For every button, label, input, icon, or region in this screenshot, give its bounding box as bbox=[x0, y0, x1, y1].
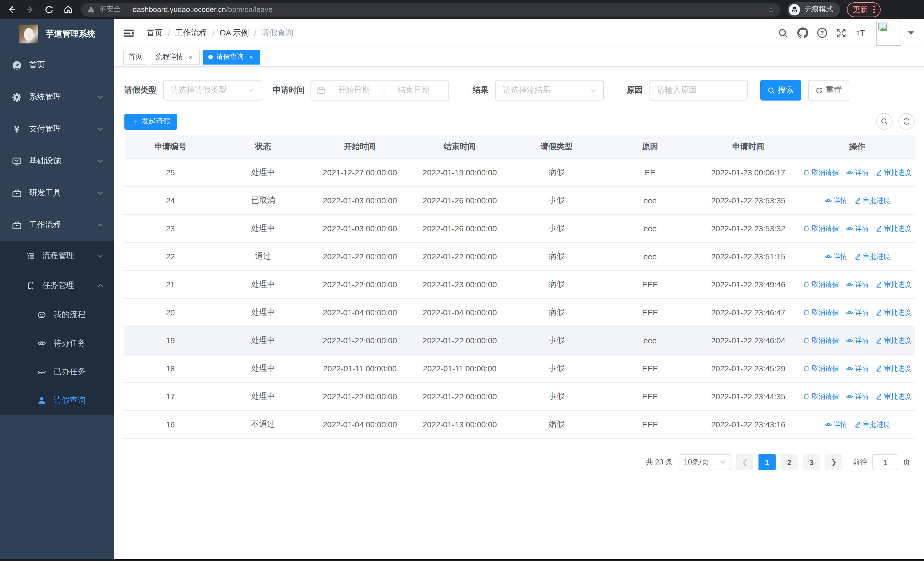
approval-progress-link[interactable]: 审批进度 bbox=[876, 335, 912, 345]
cancel-leave-link[interactable]: 取消请假 bbox=[803, 392, 839, 401]
detail-link[interactable]: 详情 bbox=[846, 364, 868, 373]
tag-leave-query[interactable]: 请假查询× bbox=[203, 50, 260, 64]
close-icon[interactable]: × bbox=[187, 53, 195, 61]
cancel-leave-link[interactable]: 取消请假 bbox=[803, 224, 839, 233]
approval-progress-link[interactable]: 审批进度 bbox=[854, 196, 890, 205]
main-area: 首页 / 工作流程 / OA 示例 / 请假查询 ? bbox=[114, 19, 924, 561]
detail-link[interactable]: 详情 bbox=[824, 420, 847, 429]
next-page-button[interactable]: ❯ bbox=[825, 454, 842, 470]
help-icon[interactable]: ? bbox=[812, 23, 831, 42]
update-button[interactable]: 更新 bbox=[847, 2, 880, 17]
sidebar-item-leave-query[interactable]: 请假查询 bbox=[0, 386, 114, 415]
sidebar-item-system[interactable]: 系统管理 bbox=[0, 81, 114, 113]
breadcrumb-workflow[interactable]: 工作流程 bbox=[175, 28, 207, 38]
sidebar-item-todo-tasks[interactable]: 待办任务 bbox=[0, 329, 114, 358]
page-size-select[interactable]: 10条/页 bbox=[679, 454, 731, 470]
approval-progress-link[interactable]: 审批进度 bbox=[854, 252, 890, 261]
logo-avatar bbox=[20, 24, 38, 44]
approval-progress-link[interactable]: 审批进度 bbox=[854, 420, 890, 429]
home-icon[interactable] bbox=[60, 2, 75, 17]
cancel-leave-link[interactable]: 取消请假 bbox=[803, 335, 839, 345]
result-select[interactable]: 请选择流结果 bbox=[495, 80, 604, 101]
approval-progress-link[interactable]: 审批进度 bbox=[876, 224, 912, 233]
sidebar-item-my-process[interactable]: 我的流程 bbox=[0, 301, 114, 329]
cell-actions: 取消请假 详情 审批进度 bbox=[800, 308, 915, 317]
fullscreen-icon[interactable] bbox=[831, 23, 851, 42]
cancel-leave-link[interactable]: 取消请假 bbox=[803, 168, 839, 177]
cell-reason: EEE bbox=[603, 364, 697, 373]
github-icon[interactable] bbox=[793, 23, 812, 42]
toggle-search-button[interactable] bbox=[876, 113, 892, 130]
page-button-1[interactable]: 1 bbox=[759, 454, 776, 470]
cancel-leave-link[interactable]: 取消请假 bbox=[803, 364, 839, 373]
detail-link[interactable]: 详情 bbox=[846, 392, 868, 401]
detail-link[interactable]: 详情 bbox=[846, 224, 868, 233]
cell-id: 17 bbox=[124, 392, 216, 401]
cell-end: 2022-01-04 00:00:00 bbox=[410, 308, 510, 317]
update-label[interactable]: 更新 bbox=[853, 4, 867, 15]
approval-progress-link[interactable]: 审批进度 bbox=[876, 280, 912, 289]
forward-icon[interactable] bbox=[23, 2, 38, 17]
cell-actions: 取消请假 详情 审批进度 bbox=[800, 224, 915, 233]
sidebar-item-process-mgmt[interactable]: 流程管理 bbox=[0, 241, 114, 271]
detail-link[interactable]: 详情 bbox=[846, 280, 868, 289]
tag-home[interactable]: 首页 bbox=[123, 50, 147, 64]
leave-type-label: 请假类型 bbox=[124, 85, 156, 95]
address-bar[interactable]: 不安全 dashboard.yudao.iocoder.cn/bpm/oa/le… bbox=[81, 3, 780, 16]
reset-button[interactable]: 重置 bbox=[808, 80, 849, 101]
reload-icon[interactable] bbox=[42, 2, 57, 17]
approval-progress-link[interactable]: 审批进度 bbox=[876, 392, 912, 401]
sidebar-item-task-mgmt[interactable]: 任务管理 bbox=[0, 271, 114, 301]
screen: 不安全 dashboard.yudao.iocoder.cn/bpm/oa/le… bbox=[0, 0, 924, 561]
sidebar-item-workflow[interactable]: 工作流程 bbox=[0, 209, 114, 241]
approval-progress-link[interactable]: 审批进度 bbox=[876, 168, 912, 177]
leave-type-select[interactable]: 请选择请假类型 bbox=[163, 80, 261, 101]
reason-input[interactable]: 请输入原因 bbox=[650, 80, 748, 101]
sidebar-item-home[interactable]: 首页 bbox=[0, 49, 114, 81]
sidebar-item-payment[interactable]: ¥ 支付管理 bbox=[0, 113, 114, 145]
cell-start: 2022-01-22 00:00:00 bbox=[310, 252, 410, 261]
close-icon[interactable]: × bbox=[247, 53, 255, 61]
breadcrumb-home[interactable]: 首页 bbox=[147, 28, 163, 38]
page-button-3[interactable]: 3 bbox=[803, 454, 820, 470]
back-icon[interactable] bbox=[4, 2, 19, 17]
tag-process-detail[interactable]: 流程详情× bbox=[151, 50, 200, 64]
search-button[interactable]: 搜索 bbox=[760, 80, 801, 101]
hamburger-icon[interactable] bbox=[123, 28, 134, 38]
search-icon[interactable] bbox=[773, 23, 793, 42]
approval-progress-link[interactable]: 审批进度 bbox=[876, 364, 912, 373]
cancel-leave-link[interactable]: 取消请假 bbox=[803, 308, 839, 317]
detail-link[interactable]: 详情 bbox=[824, 196, 847, 205]
sidebar-item-devtools[interactable]: 研发工具 bbox=[0, 177, 114, 209]
browser-menu-icon[interactable] bbox=[873, 6, 875, 13]
detail-link[interactable]: 详情 bbox=[846, 335, 868, 345]
security-label[interactable]: 不安全 bbox=[99, 5, 121, 14]
cancel-leave-link[interactable]: 取消请假 bbox=[803, 280, 839, 289]
end-date-placeholder[interactable]: 结束日期 bbox=[385, 85, 442, 95]
approval-progress-link[interactable]: 审批进度 bbox=[876, 308, 912, 317]
goto-page-input[interactable]: 1 bbox=[872, 454, 898, 470]
create-leave-button[interactable]: ＋ 发起请假 bbox=[124, 113, 177, 129]
breadcrumb-oa[interactable]: OA 示例 bbox=[220, 28, 249, 38]
app-logo[interactable]: 芋道管理系统 bbox=[0, 19, 114, 49]
dashboard-icon bbox=[12, 60, 22, 70]
sidebar-item-infrastructure[interactable]: 基础设施 bbox=[0, 145, 114, 177]
chevron-down-icon[interactable] bbox=[908, 31, 914, 35]
cell-status: 处理中 bbox=[216, 307, 310, 317]
detail-link[interactable]: 详情 bbox=[846, 308, 868, 317]
sidebar-item-done-tasks[interactable]: 已办任务 bbox=[0, 358, 114, 386]
broken-image-icon bbox=[878, 22, 889, 33]
range-separator: - bbox=[382, 86, 385, 95]
cell-actions: 取消请假 详情 审批进度 bbox=[800, 392, 915, 401]
refresh-table-button[interactable] bbox=[898, 113, 915, 130]
detail-link[interactable]: 详情 bbox=[824, 252, 847, 261]
detail-link[interactable]: 详情 bbox=[846, 168, 868, 177]
apply-time-range-picker[interactable]: 开始日期 - 结束日期 bbox=[310, 80, 448, 101]
page-button-2[interactable]: 2 bbox=[781, 454, 798, 470]
start-date-placeholder[interactable]: 开始日期 bbox=[325, 85, 382, 95]
cell-end: 2022-01-26 00:00:00 bbox=[410, 196, 510, 205]
font-size-icon[interactable]: TT bbox=[851, 23, 870, 42]
bookmark-star-icon[interactable]: ☆ bbox=[767, 5, 774, 14]
prev-page-button[interactable]: ❮ bbox=[736, 454, 753, 470]
avatar[interactable] bbox=[876, 20, 901, 45]
